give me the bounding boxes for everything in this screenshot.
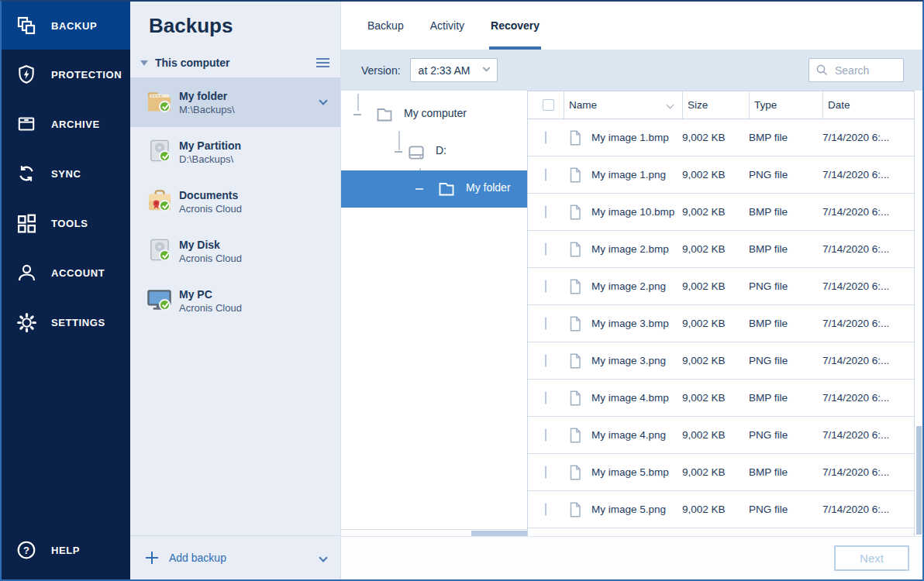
collapse-minus-icon[interactable] [415, 188, 423, 190]
file-type: BMP file [749, 243, 822, 255]
column-header-size[interactable]: Size [682, 91, 749, 119]
file-icon [567, 203, 584, 222]
row-checkbox[interactable] [545, 280, 546, 293]
sidebar-label-tools: TOOLS [51, 218, 88, 229]
tab-bar: Backup Activity Recovery [341, 2, 922, 50]
row-checkbox[interactable] [545, 205, 546, 218]
table-row[interactable]: My image 3.bmp 9,002 KB BMP file 7/14/20… [528, 305, 914, 342]
backup-item-location: Acronis Cloud [179, 302, 242, 314]
sidebar-item-tools[interactable]: TOOLS [2, 198, 130, 248]
next-button[interactable]: Next [834, 545, 909, 571]
column-header-date[interactable]: Date [822, 91, 914, 119]
sidebar-item-protection[interactable]: PROTECTION [2, 50, 130, 99]
tree-node-my-folder[interactable]: My folder [341, 170, 527, 208]
sidebar-label-settings: SETTINGS [51, 317, 105, 328]
backup-item-name: My folder [179, 90, 235, 102]
file-date: 7/14/2020 6:... [822, 466, 914, 478]
row-checkbox[interactable] [545, 466, 546, 479]
backup-item-location: Acronis Cloud [179, 253, 242, 264]
add-backup-button[interactable]: Add backup [130, 535, 340, 579]
row-checkbox[interactable] [545, 354, 546, 367]
collapse-triangle-icon[interactable] [140, 60, 148, 66]
backup-item-my-disk[interactable]: My Disk Acronis Cloud [130, 226, 340, 276]
sidebar-item-archive[interactable]: ARCHIVE [2, 99, 130, 149]
sidebar-item-sync[interactable]: SYNC [2, 149, 130, 198]
row-checkbox[interactable] [545, 242, 546, 256]
chevron-down-icon[interactable] [319, 96, 327, 105]
search-input[interactable] [835, 64, 897, 77]
sidebar-label-archive: ARCHIVE [51, 119, 100, 130]
collapse-minus-icon[interactable] [353, 114, 361, 115]
help-icon: ? [2, 540, 51, 560]
file-size: 9,002 KB [682, 504, 749, 515]
version-label: Version: [361, 64, 401, 77]
file-type: BMP file [749, 206, 822, 218]
table-row[interactable]: My image 5.png 9,002 KB PNG file 7/14/20… [528, 491, 914, 528]
sidebar-label-backup: BACKUP [51, 20, 97, 32]
sort-chevron-icon[interactable] [667, 101, 674, 109]
tab-recovery[interactable]: Recovery [481, 2, 549, 50]
row-checkbox[interactable] [545, 391, 546, 404]
file-icon [567, 463, 584, 482]
file-date: 7/14/2020 6:... [822, 280, 914, 292]
backup-item-my-pc[interactable]: My PC Acronis Cloud [130, 276, 340, 325]
file-date: 7/14/2020 6:... [822, 132, 914, 143]
backups-group-header[interactable]: This computer [130, 48, 340, 77]
file-type: BMP file [749, 318, 822, 329]
row-checkbox[interactable] [545, 428, 546, 442]
tree-node-d-drive[interactable]: D: [341, 133, 527, 170]
select-all-checkbox[interactable] [543, 99, 554, 111]
file-name: My image 4.bmp [591, 392, 669, 404]
backup-item-my-folder[interactable]: My folder M:\Backups\ [130, 77, 340, 127]
tab-activity[interactable]: Activity [421, 2, 474, 50]
backup-item-documents[interactable]: Documents Acronis Cloud [130, 177, 340, 226]
plus-icon [146, 552, 158, 564]
table-row[interactable]: My image 1.bmp 9,002 KB BMP file 7/14/20… [528, 119, 914, 156]
table-row[interactable]: My image 4.bmp 9,002 KB BMP file 7/14/20… [528, 380, 914, 417]
table-row[interactable]: My image 2.bmp 9,002 KB BMP file 7/14/20… [528, 231, 914, 268]
backup-icon [2, 15, 51, 36]
backup-item-my-partition[interactable]: My Partition D:\Backups\ [130, 127, 340, 177]
backup-item-name: My Disk [179, 239, 242, 251]
status-ok-badge [159, 200, 171, 211]
horizontal-scrollbar-thumb[interactable] [471, 531, 527, 536]
horizontal-scrollbar[interactable] [341, 529, 527, 536]
file-icon [567, 426, 584, 445]
collapse-minus-icon[interactable] [395, 151, 402, 153]
file-name: My image 5.png [591, 504, 666, 515]
version-dropdown[interactable]: at 2:33 AM [410, 58, 498, 82]
sidebar-item-backup[interactable]: BACKUP [2, 2, 130, 50]
sidebar-item-help[interactable]: ? HELP [2, 525, 130, 575]
row-checkbox[interactable] [545, 503, 546, 516]
row-checkbox[interactable] [545, 131, 546, 144]
tree-node-my-computer[interactable]: My computer [341, 96, 527, 133]
sidebar-label-account: ACCOUNT [51, 267, 105, 279]
column-header-name[interactable]: Name [564, 91, 682, 119]
table-row[interactable]: My image 3.png 9,002 KB PNG file 7/14/20… [528, 342, 914, 380]
file-icon [567, 352, 584, 370]
column-header-type[interactable]: Type [749, 91, 822, 119]
file-size: 9,002 KB [682, 466, 749, 478]
table-row[interactable]: My image 2.png 9,002 KB PNG file 7/14/20… [528, 268, 914, 305]
sidebar-item-account[interactable]: ACCOUNT [2, 248, 130, 297]
row-checkbox[interactable] [545, 317, 546, 330]
version-value: at 2:33 AM [419, 64, 484, 77]
vertical-scrollbar-thumb[interactable] [916, 426, 922, 535]
search-box[interactable] [808, 58, 904, 82]
disk-icon [147, 239, 179, 264]
tree-node-label: My computer [404, 107, 467, 119]
table-row[interactable]: My image 1.png 9,002 KB PNG file 7/14/20… [528, 156, 914, 194]
row-checkbox[interactable] [545, 168, 546, 181]
table-row[interactable]: My image 4.png 9,002 KB PNG file 7/14/20… [528, 417, 914, 454]
file-size: 9,002 KB [682, 132, 749, 143]
menu-icon[interactable] [316, 56, 329, 70]
sidebar-item-settings[interactable]: SETTINGS [2, 297, 130, 347]
folder-icon [147, 90, 179, 115]
chevron-down-icon[interactable] [319, 553, 327, 562]
table-row[interactable]: My image 10.bmp 9,002 KB BMP file 7/14/2… [528, 194, 914, 231]
account-icon [2, 263, 51, 284]
table-row[interactable]: My image 5.bmp 9,002 KB BMP file 7/14/20… [528, 454, 914, 491]
file-name: My image 5.bmp [591, 466, 669, 478]
tab-backup[interactable]: Backup [358, 2, 413, 50]
vertical-scrollbar[interactable] [914, 91, 922, 536]
